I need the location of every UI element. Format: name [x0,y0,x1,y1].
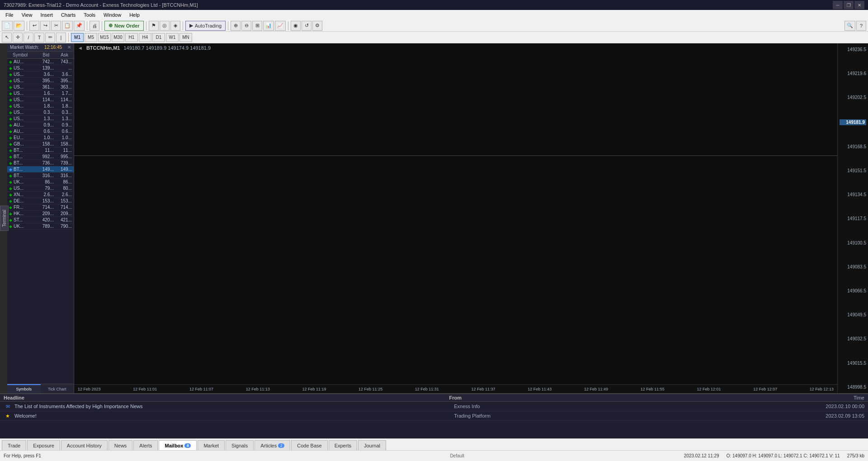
menu-help[interactable]: Help [126,11,143,19]
search-icon[interactable]: 🔍 [844,21,855,31]
menu-file[interactable]: File [2,11,17,19]
print-button[interactable]: 🖨 [90,21,99,31]
candlestick-chart[interactable] [74,43,837,384]
zoom-in-icon[interactable]: ⊕ [231,21,241,31]
terminal-tab-account-history[interactable]: Account History [61,440,108,450]
text-tool[interactable]: T [34,33,44,42]
chart-area[interactable]: ◄ BTCCNHm,M1 149180.7 149189.9 149174.9 … [74,43,868,393]
market-watch-row[interactable]: ◆ ST... 420... 421... [7,217,74,223]
terminal-tab-news[interactable]: News [108,440,133,450]
market-watch-row[interactable]: ◆ GB... 158... 158... [7,141,74,147]
terminal-tab-code-base[interactable]: Code Base [291,440,327,450]
terminal-tab-exposure[interactable]: Exposure [27,440,60,450]
timeframe-h4[interactable]: H4 [139,33,151,42]
market-watch-row[interactable]: ◆ EU... 1.0... 1.0... [7,135,74,141]
menu-tools[interactable]: Tools [80,11,99,19]
market-watch-row[interactable]: ◆ US... 0.3... 0.3... [7,109,74,116]
market-watch-row[interactable]: ◆ US... 139... ... [7,65,74,71]
timeframe-h1[interactable]: H1 [125,33,138,42]
restore-button[interactable]: ❐ [844,1,854,9]
timeframe-d1[interactable]: D1 [152,33,165,42]
market-watch-row[interactable]: ◆ UK... 789... 790... [7,223,74,230]
market-watch-row[interactable]: ◆ DE... 153... 153... [7,198,74,204]
tb-indicator-btn[interactable]: ◉ [291,21,301,31]
tab-badge: 8 [184,443,191,448]
tb-icon2[interactable]: ◎ [160,21,170,31]
market-watch-row[interactable]: ◆ BT... 11... 11... [7,147,74,154]
timeframe-m5[interactable]: M5 [85,33,97,42]
terminal-tab-trade[interactable]: Trade [2,440,26,450]
market-watch-row[interactable]: ◆ US... 1.6... 1.7... [7,90,74,97]
paste-button[interactable]: 📌 [74,21,85,31]
terminal-tab-market[interactable]: Market [198,440,225,450]
zoom-out-icon[interactable]: ⊖ [241,21,251,31]
market-watch-row[interactable]: ◆ BT... 992... 995... [7,154,74,160]
autotrading-button[interactable]: ▶ AutoTrading [185,21,226,31]
close-button[interactable]: ✕ [854,1,864,9]
ask-value: 790... [54,224,73,229]
timeframe-mn[interactable]: MN [179,33,192,42]
redo-button[interactable]: ↪ [40,21,50,31]
new-order-button[interactable]: ⊕ New Order [104,21,144,31]
mw-tab-symbols[interactable]: Symbols [7,384,41,393]
market-watch-row[interactable]: ◆ US... 3.6... 3.6... [7,71,74,78]
tb-grid-button[interactable]: ⊞ [252,21,262,31]
tb-icon3[interactable]: ◈ [170,21,180,31]
tb-refresh-btn[interactable]: ↺ [302,21,311,31]
undo-button[interactable]: ↩ [29,21,39,31]
market-watch-row[interactable]: ◆ FR... 714... 714... [7,204,74,211]
timeframe-w1[interactable]: W1 [166,33,179,42]
market-watch-row[interactable]: ◆ AU... 0.9... 0.9... [7,122,74,128]
timeframe-m30[interactable]: M30 [112,33,124,42]
market-watch-row[interactable]: ◆ AU... 0.6... 0.6... [7,128,74,135]
timeframe-m15[interactable]: M15 [98,33,111,42]
cursor-tool[interactable]: ↖ [2,33,12,42]
line-tool[interactable]: / [24,33,33,42]
terminal-tab-journal[interactable]: Journal [358,440,386,450]
draw-tool[interactable]: ✏ [45,33,55,42]
mailbox-row[interactable]: ★ Welcome! Trading Platform 2023.02.09 1… [0,411,868,421]
terminal-tab-articles[interactable]: Articles2 [255,440,290,450]
tb-chart-btn1[interactable]: 📊 [263,21,274,31]
crosshair-tool[interactable]: ✛ [13,33,23,42]
menu-window[interactable]: Window [100,11,125,19]
chart-scroll-left-icon[interactable]: ◄ [78,45,83,51]
symbol-icon: ◆ [8,155,13,159]
cut-button[interactable]: ✂ [51,21,61,31]
minimize-button[interactable]: ─ [833,1,843,9]
market-watch-row[interactable]: ◆ US... 79... 80... [7,185,74,192]
market-watch-row[interactable]: ◆ US... 1.8... 1.8... [7,103,74,109]
menu-charts[interactable]: Charts [57,11,79,19]
menu-insert[interactable]: Insert [37,11,57,19]
market-watch-row[interactable]: ◆ US... 114... 114... [7,97,74,103]
market-watch-row[interactable]: ◆ BT... 736... 739... [7,160,74,166]
bid-value: 0.6... [35,129,53,134]
terminal-side-tab[interactable]: Terminal [0,206,9,231]
market-watch-row[interactable]: ◆ BT... 149... 149... [7,166,74,173]
market-watch-row[interactable]: ◆ HK... 209... 209... [7,211,74,217]
market-watch-row[interactable]: ◆ US... 361... 363... [7,84,74,90]
menu-view[interactable]: View [18,11,36,19]
help-icon[interactable]: ? [856,21,866,31]
market-watch-row[interactable]: ◆ AU... 742... 743... [7,59,74,65]
period-separator-tool[interactable]: | [56,33,66,42]
market-watch-close-icon[interactable]: ✕ [67,45,71,50]
terminal-tab-signals[interactable]: Signals [226,440,254,450]
mailbox-row[interactable]: ✉ The List of Instruments Affected by Hi… [0,402,868,411]
market-watch-row[interactable]: ◆ US... 1.3... 1.3... [7,116,74,122]
market-watch-row[interactable]: ◆ US... 395... 395... [7,78,74,84]
terminal-tab-alerts[interactable]: Alerts [133,440,158,450]
new-chart-button[interactable]: 📄 [2,21,13,31]
tb-chart-btn2[interactable]: 📈 [275,21,286,31]
timeframe-m1[interactable]: M1 [71,33,84,42]
terminal-tab-experts[interactable]: Experts [329,440,357,450]
open-button[interactable]: 📂 [14,21,24,31]
market-watch-row[interactable]: ◆ XN... 2.6... 2.6... [7,192,74,198]
market-watch-row[interactable]: ◆ UK... 86... 86... [7,179,74,185]
tb-icon1[interactable]: ⚑ [149,21,159,31]
mw-tab-tickchart[interactable]: Tick Chart [41,384,74,393]
copy-button[interactable]: 📋 [62,21,73,31]
tb-settings-btn[interactable]: ⚙ [312,21,322,31]
terminal-tab-mailbox[interactable]: Mailbox8 [159,440,197,450]
market-watch-row[interactable]: ◆ BT... 316... 316... [7,173,74,179]
